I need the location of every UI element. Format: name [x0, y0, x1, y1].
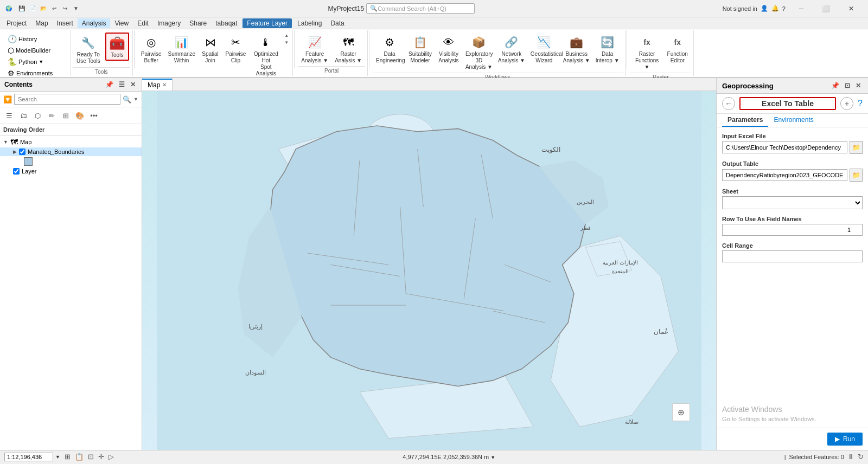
- search-input[interactable]: [14, 94, 120, 105]
- scroll-down-icon[interactable]: ▼: [284, 40, 289, 46]
- redo-icon[interactable]: ↪: [61, 4, 69, 13]
- python-button[interactable]: 🐍 Python ▼: [5, 56, 46, 67]
- menu-feature-layer[interactable]: Feature Layer: [242, 18, 292, 28]
- menu-data[interactable]: Data: [326, 18, 348, 28]
- notification-icon[interactable]: 🔔: [771, 5, 779, 12]
- help-icon[interactable]: ?: [782, 5, 786, 12]
- zoom-extent-icon[interactable]: ⊡: [88, 453, 94, 461]
- panel-close-icon[interactable]: ✕: [129, 80, 137, 89]
- environments-button[interactable]: ⚙ Environments: [5, 68, 55, 79]
- manateq-checkbox[interactable]: [19, 149, 25, 155]
- geo-help-button[interactable]: ?: [858, 99, 863, 108]
- edit-icon[interactable]: ✏: [46, 109, 58, 121]
- menu-share[interactable]: Share: [185, 18, 211, 28]
- save-icon[interactable]: 💾: [17, 4, 26, 13]
- layer-label: Layer: [22, 168, 37, 175]
- command-search[interactable]: 🔍 Command Search (Alt+Q): [366, 3, 475, 14]
- geo-pin-icon[interactable]: 📌: [829, 81, 841, 90]
- list-view-icon[interactable]: ☰: [3, 109, 15, 121]
- menu-map[interactable]: Map: [31, 18, 52, 28]
- geo-forward-button[interactable]: +: [840, 97, 853, 110]
- menu-project[interactable]: Project: [2, 18, 31, 28]
- table-icon[interactable]: 📋: [75, 453, 84, 461]
- polygon-icon[interactable]: ⬡: [31, 109, 43, 121]
- input-excel-file-browse-button[interactable]: 📁: [850, 141, 863, 154]
- grid-icon[interactable]: ⊞: [65, 453, 71, 461]
- pairwise-clip-button[interactable]: ✂ PairwiseClip: [224, 33, 248, 65]
- history-button[interactable]: 🕐 History: [5, 34, 39, 44]
- refresh-icon[interactable]: ↻: [858, 453, 864, 461]
- menu-analysis[interactable]: Analysis: [78, 18, 111, 28]
- geo-maximize-icon[interactable]: ⊡: [843, 81, 852, 90]
- environments-tab[interactable]: Environments: [768, 114, 819, 127]
- map-tab[interactable]: Map ✕: [142, 79, 173, 91]
- data-interop-button[interactable]: 🔄 DataInterop ▼: [593, 33, 622, 65]
- input-excel-file-input[interactable]: [722, 141, 847, 153]
- minimize-button[interactable]: ─: [789, 0, 814, 17]
- geo-tool-title: Excel To Table: [739, 97, 836, 110]
- scroll-up-icon[interactable]: ▲: [284, 33, 289, 38]
- sheet-select[interactable]: [722, 196, 863, 209]
- search-icon[interactable]: 🔍: [123, 95, 131, 104]
- palette-icon[interactable]: 🎨: [74, 109, 86, 121]
- close-button[interactable]: ✕: [839, 0, 864, 17]
- pause-icon[interactable]: ⏸: [847, 453, 854, 461]
- panel-menu-icon[interactable]: ☰: [117, 80, 126, 89]
- network-analysis-button[interactable]: 🔗 NetworkAnalysis ▼: [496, 33, 527, 65]
- tree-item-layer[interactable]: Layer: [0, 167, 142, 176]
- open-icon[interactable]: 📂: [39, 4, 48, 13]
- scale-dropdown-icon[interactable]: ▼: [55, 454, 60, 460]
- cell-range-input[interactable]: [722, 250, 863, 262]
- tools-button[interactable]: 🧰 Tools: [105, 33, 129, 61]
- search-dropdown-icon[interactable]: ▼: [133, 96, 138, 102]
- tree-item-manateq[interactable]: ▶ Manateq_Boundaries: [0, 147, 142, 156]
- tree-item-map[interactable]: ▼ 🗺 Map: [0, 137, 142, 147]
- customize-icon[interactable]: ▼: [72, 4, 80, 13]
- map-content[interactable]: الكويت البحرين قطر الإمارات العربية المت…: [142, 91, 716, 450]
- raster-analysis-button[interactable]: 🗺 RasterAnalysis ▼: [333, 33, 364, 65]
- pan-icon[interactable]: ✛: [98, 453, 104, 461]
- menu-imagery[interactable]: Imagery: [153, 18, 185, 28]
- layer-checkbox[interactable]: [13, 168, 20, 175]
- restore-button[interactable]: ⬜: [814, 0, 839, 17]
- geostatistical-wizard-button[interactable]: 📉 GeostatisticalWizard: [528, 33, 560, 65]
- summarize-within-button[interactable]: 📊 SummarizeWithin: [166, 33, 197, 65]
- raster-functions-button[interactable]: fx RasterFunctions ▼: [631, 33, 663, 72]
- output-table-browse-button[interactable]: 📁: [850, 169, 863, 182]
- quick-access-toolbar: 💾 📄 📂 ↩ ↪ ▼: [17, 4, 80, 13]
- visibility-analysis-button[interactable]: 👁 VisibilityAnalysis: [435, 33, 462, 65]
- pairwise-buffer-button[interactable]: ◎ PairwiseBuffer: [139, 33, 164, 65]
- coord-dropdown-icon[interactable]: ▼: [490, 455, 495, 460]
- map-tab-close-icon[interactable]: ✕: [162, 82, 167, 88]
- run-button[interactable]: ▶ Run: [827, 433, 863, 446]
- spatial-join-button[interactable]: ⋈ SpatialJoin: [200, 33, 221, 65]
- pin-icon[interactable]: 📌: [104, 80, 115, 89]
- function-editor-button[interactable]: fx FunctionEditor: [665, 33, 690, 65]
- business-analysis-button[interactable]: 💼 BusinessAnalysis ▼: [561, 33, 592, 65]
- row-to-use-input[interactable]: [722, 224, 863, 236]
- menu-view[interactable]: View: [110, 18, 133, 28]
- new-icon[interactable]: 📄: [28, 4, 37, 13]
- geo-close-icon[interactable]: ✕: [854, 81, 863, 90]
- optimized-hotspot-button[interactable]: 🌡 Optimized HotSpot Analysis: [250, 33, 282, 78]
- parameters-tab[interactable]: Parameters: [722, 114, 768, 127]
- cylinder-icon[interactable]: 🗂: [17, 109, 29, 121]
- more-icon[interactable]: •••: [88, 109, 100, 121]
- menu-labeling[interactable]: Labeling: [293, 18, 326, 28]
- modelbuilder-button[interactable]: ⬡ ModelBuilder: [5, 45, 53, 56]
- suitability-modeler-button[interactable]: 📋 SuitabilityModeler: [406, 33, 434, 65]
- ready-to-use-button[interactable]: 🔧 Ready ToUse Tools: [74, 33, 103, 66]
- data-engineering-button[interactable]: ⚙ DataEngineering: [374, 33, 405, 65]
- user-icon[interactable]: 👤: [761, 5, 768, 12]
- menu-tabaqat[interactable]: tabaqat: [211, 18, 241, 28]
- undo-icon[interactable]: ↩: [50, 4, 59, 13]
- menu-edit[interactable]: Edit: [133, 18, 153, 28]
- menu-insert[interactable]: Insert: [53, 18, 78, 28]
- scale-input[interactable]: [4, 453, 53, 461]
- feature-analysis-button[interactable]: 📈 FeatureAnalysis ▼: [299, 33, 330, 65]
- exploratory-3d-button[interactable]: 📦 Exploratory3D Analysis ▼: [463, 33, 495, 72]
- table-icon[interactable]: ⊞: [60, 109, 72, 121]
- geo-back-button[interactable]: ←: [722, 97, 735, 110]
- locate-icon[interactable]: ▷: [108, 453, 114, 461]
- output-table-input[interactable]: [722, 169, 847, 181]
